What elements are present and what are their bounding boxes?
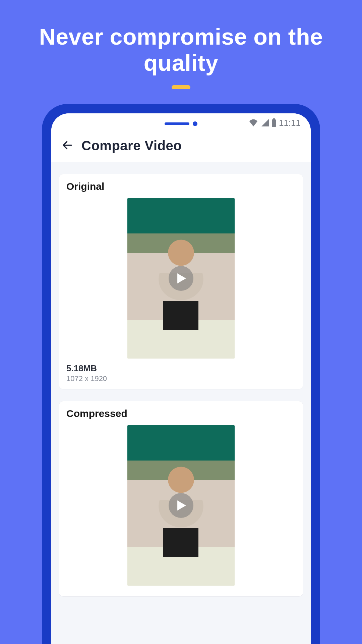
promo-heading: Never compromise on the quality <box>0 0 362 76</box>
svg-rect-0 <box>273 118 275 119</box>
status-right: 11:11 <box>249 118 301 128</box>
play-icon <box>176 273 186 283</box>
wifi-icon <box>249 119 258 126</box>
original-video-thumbnail[interactable] <box>127 198 235 359</box>
battery-icon <box>272 118 276 127</box>
original-card: Original 5.18MB 1072 x 1920 <box>59 174 303 389</box>
original-file-size: 5.18MB <box>66 363 296 374</box>
status-bar: 11:11 <box>51 113 311 132</box>
original-thumbnail-wrap <box>66 198 296 359</box>
phone-screen: 11:11 Compare Video Original <box>51 113 311 644</box>
status-time: 11:11 <box>279 118 301 128</box>
play-button-compressed[interactable] <box>169 493 193 518</box>
compressed-card-title: Compressed <box>66 408 296 419</box>
play-button-original[interactable] <box>169 266 193 291</box>
compressed-video-thumbnail[interactable] <box>127 425 235 586</box>
compressed-card: Compressed <box>59 401 303 597</box>
app-header: Compare Video <box>51 132 311 162</box>
notch-indicator <box>165 121 197 126</box>
content-area: Original 5.18MB 1072 x 1920 Compressed <box>51 162 311 644</box>
original-card-title: Original <box>66 181 296 192</box>
compressed-thumbnail-wrap <box>66 425 296 586</box>
play-icon <box>176 500 186 511</box>
arrow-left-icon <box>61 139 73 153</box>
promo-underline <box>172 85 190 89</box>
phone-frame: 11:11 Compare Video Original <box>42 104 320 644</box>
original-dimensions: 1072 x 1920 <box>66 374 296 383</box>
notch-bar <box>165 122 189 125</box>
svg-rect-1 <box>272 119 276 127</box>
notch-dot <box>193 121 197 126</box>
back-button[interactable] <box>61 139 74 153</box>
page-title: Compare Video <box>81 138 182 153</box>
cellular-icon <box>261 119 269 126</box>
